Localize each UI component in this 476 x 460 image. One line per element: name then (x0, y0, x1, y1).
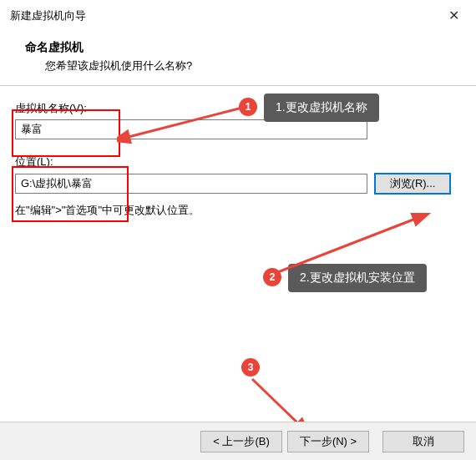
window-title: 新建虚拟机向导 (10, 8, 86, 23)
svg-line-2 (252, 379, 301, 426)
location-label: 位置(L): (15, 154, 461, 169)
annotation-badge-3: 3 (241, 358, 260, 377)
vm-name-label: 虚拟机名称(V): (15, 101, 461, 116)
page-title: 命名虚拟机 (25, 40, 459, 55)
page-subtitle: 您希望该虚拟机使用什么名称? (25, 58, 459, 73)
wizard-header: 命名虚拟机 您希望该虚拟机使用什么名称? (0, 32, 476, 86)
content-area: 虚拟机名称(V): 位置(L): 浏览(R)... 在"编辑">"首选项"中可更… (0, 86, 476, 218)
annotation-label-1: 1.更改虚拟机名称 (264, 94, 379, 122)
cancel-button[interactable]: 取消 (382, 431, 464, 452)
annotation-label-2: 2.更改虚拟机安装位置 (288, 264, 427, 292)
annotation-badge-2: 2 (263, 268, 281, 286)
vm-name-input[interactable] (15, 119, 367, 139)
annotation-badge-1: 1 (239, 98, 257, 116)
wizard-footer: < 上一步(B) 下一步(N) > 取消 (0, 422, 476, 460)
next-button[interactable]: 下一步(N) > (287, 431, 369, 452)
preferences-hint: 在"编辑">"首选项"中可更改默认位置。 (15, 203, 461, 218)
close-icon[interactable]: ✕ (442, 8, 466, 23)
back-button[interactable]: < 上一步(B) (200, 431, 282, 452)
location-input[interactable] (15, 174, 367, 194)
browse-button[interactable]: 浏览(R)... (374, 173, 451, 195)
titlebar: 新建虚拟机向导 ✕ (0, 0, 476, 32)
